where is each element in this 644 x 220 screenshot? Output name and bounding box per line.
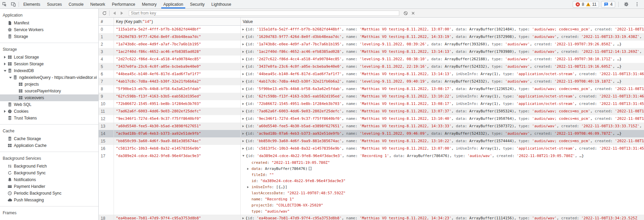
chevron-right-icon[interactable] [3, 56, 7, 59]
expand-triangle-icon[interactable] [242, 58, 244, 60]
expand-triangle-icon[interactable] [242, 133, 244, 135]
tab-network[interactable]: Network [87, 0, 109, 8]
table-row[interactable]: 17"da389e24-cdce-4b22-9fe8-96e4f3dac9e3"… [99, 152, 644, 215]
sidebar-item-indexeddb[interactable]: IndexedDB [0, 67, 98, 74]
tab-memory[interactable]: Memory [139, 0, 160, 8]
expand-triangle-icon[interactable] [242, 217, 244, 219]
indexeddb-data-view: # Key (Key path: "id") Value 0"115a1dfa-… [99, 9, 644, 220]
sidebar-item-cookies[interactable]: Cookies [0, 108, 98, 115]
tab-security[interactable]: Security [187, 0, 208, 8]
expand-triangle-icon[interactable] [242, 36, 244, 38]
section-header: Background Services [0, 152, 98, 163]
sidebar-item-push-messaging[interactable]: Push Messaging [0, 197, 98, 203]
table-row[interactable]: 4"2d27c622-f86d-4cc4-a518-4fa90784ec85"{… [99, 56, 644, 63]
table-row[interactable]: 12"9ec346f1-727d-45e4-9c37-f75ff8640bf0"… [99, 115, 644, 123]
tab-application[interactable]: Application [160, 0, 187, 8]
table-row[interactable]: 10"72b86672-1545-4951-be8b-1f284eb3b703"… [99, 100, 644, 108]
expand-triangle-icon[interactable] [242, 103, 244, 105]
errors-warnings-badge[interactable]: 8 11 [573, 1, 599, 8]
chevron-down-icon[interactable] [8, 77, 13, 79]
table-row[interactable]: 9"62fc598b-f13f-4163-b3b5-eab582d195ed"{… [99, 93, 644, 100]
sidebar-item-trust-tokens[interactable]: Trust Tokens [0, 115, 98, 122]
expand-triangle-icon[interactable] [242, 73, 244, 75]
expand-triangle-icon[interactable] [242, 28, 244, 30]
card-icon [7, 184, 12, 189]
sidebar-item-background-fetch[interactable]: Background Fetch [0, 163, 98, 170]
expand-triangle-icon[interactable] [242, 110, 244, 112]
prev-page-button[interactable] [111, 10, 118, 17]
row-value: {id: '5f90be13-eb7b-44b8-bf58-6a3a62e5fd… [241, 85, 644, 93]
sidebar-item-session-storage[interactable]: Session Storage [0, 61, 98, 67]
expand-triangle-icon[interactable] [242, 81, 244, 83]
table-row[interactable]: 11"7ad62a6f-6003-4dd6-9e03-2802ef25defc"… [99, 108, 644, 115]
table-row[interactable]: 5"3437e0fa-23c6-4c0f-a05e-bcbeba9e40e0"{… [99, 63, 644, 70]
sidebar-item-notifications[interactable]: Notifications [0, 176, 98, 183]
sidebar-item-label: projects [25, 82, 39, 87]
table-row[interactable]: 8"5f90be13-eb7b-44b8-bf58-6a3a62e5fdab"{… [99, 85, 644, 93]
tab-console[interactable]: Console [65, 0, 87, 8]
devtools-content: ApplicationManifestService WorkersStorag… [0, 9, 644, 220]
table-row[interactable]: 1"1620d783-9f77-426d-8e0f-d3bb48eaa7dc"{… [99, 33, 644, 41]
tab-performance[interactable]: Performance [109, 0, 139, 8]
expand-triangle-icon[interactable] [242, 51, 244, 53]
sidebar-item-projects[interactable]: projects [0, 81, 98, 88]
expand-triangle-icon[interactable] [242, 125, 244, 127]
expand-triangle-icon[interactable] [242, 148, 244, 150]
sidebar-item-voiceovers[interactable]: voiceovers [0, 94, 98, 101]
table-row[interactable]: 2"1a743b8c-e0ee-4d9f-a7af-7bc7a6b1b195"{… [99, 41, 644, 48]
tab-sources[interactable]: Sources [44, 0, 65, 8]
expand-triangle-icon[interactable] [242, 43, 244, 45]
sidebar-item-local-storage[interactable]: Local Storage [0, 54, 98, 61]
row-number: 18 [99, 215, 114, 220]
start-from-key-input[interactable] [129, 10, 399, 16]
sidebar-item-manifest[interactable]: Manifest [0, 20, 98, 26]
table-row[interactable]: 0"115a1dfa-5e2f-4fff-bf7b-b2682fd448bf"{… [99, 26, 644, 33]
expand-triangle-icon[interactable] [247, 184, 252, 190]
row-key: "62fc598b-f13f-4163-b3b5-eab582d195ed" [114, 93, 241, 100]
expand-triangle-icon[interactable] [247, 166, 252, 172]
table-row[interactable]: 13"a60d5540-fee5-4b30-b5ad-e3898f627651"… [99, 123, 644, 130]
row-key: "ac9ad18b-07a6-4eb3-b373-aa92e51de9fb" [114, 130, 241, 137]
buffer-icon[interactable] [309, 167, 312, 170]
expand-triangle-icon[interactable] [242, 88, 244, 90]
refresh-icon[interactable] [101, 10, 108, 17]
tab-lighthouse[interactable]: Lighthouse [208, 0, 235, 8]
sidebar-item-cache-storage[interactable]: Cache Storage [0, 135, 98, 142]
sidebar-item-web-sql[interactable]: Web SQL [0, 101, 98, 108]
inspect-element-icon[interactable] [0, 0, 9, 8]
kebab-menu-icon[interactable] [633, 0, 641, 8]
sidebar-item-ngdexielivequery-https-team-vidieditor-vi[interactable]: ngdexieliveQuery - https://team-vidiedit… [0, 74, 98, 81]
table-row[interactable]: 15"bb850c99-3a60-4d6f-9aa9-881e385674ac"… [99, 137, 644, 145]
table-row[interactable]: 18"ea4baeae-7b81-47d9-97f4-c95a3753d8b8"… [99, 215, 644, 220]
sidebar-item-storage[interactable]: Storage [0, 33, 98, 40]
device-toolbar-icon[interactable] [9, 0, 18, 8]
sidebar-item-sourceplayerhistory[interactable]: sourcePlayerHistory [0, 88, 98, 94]
table-row[interactable]: 7"4ab17c8c-7d8a-44d3-b30f-32e21fb6b6a2"{… [99, 78, 644, 85]
table-row[interactable]: 6"44bea45c-b140-4ef6-817d-d1ad6f7af1f7"{… [99, 70, 644, 78]
row-key: "115a1dfa-5e2f-4fff-bf7b-b2682fd448bf" [114, 26, 241, 33]
table-row[interactable]: 14"ac9ad18b-07a6-4eb3-b373-aa92e51de9fb"… [99, 130, 644, 137]
expand-triangle-icon[interactable] [242, 140, 244, 142]
expand-triangle-icon[interactable] [242, 118, 244, 120]
chevron-right-icon[interactable] [3, 63, 7, 65]
settings-gear-icon[interactable] [622, 0, 630, 8]
next-page-button[interactable] [118, 10, 125, 17]
sidebar-item-application-cache[interactable]: Application Cache [0, 142, 98, 149]
sidebar-item-payment-handler[interactable]: Payment Handler [0, 183, 98, 190]
table-row[interactable]: 16"c5813f5c-10b3-4eb8-8a32-e14578356e9b"… [99, 145, 644, 152]
sidebar-item-service-workers[interactable]: Service Workers [0, 26, 98, 33]
sidebar-item-label: IndexedDB [14, 68, 34, 73]
collapse-triangle-icon[interactable] [242, 155, 244, 157]
sidebar-item-periodic-background-sync[interactable]: Periodic Background Sync [0, 190, 98, 197]
chevron-right-icon[interactable] [3, 110, 7, 113]
expand-triangle-icon[interactable] [242, 95, 244, 97]
delete-selected-icon[interactable] [409, 10, 417, 17]
expand-triangle-icon[interactable] [242, 66, 244, 68]
sidebar-item-background-sync[interactable]: Background Sync [0, 170, 98, 176]
table-row[interactable]: 3"1ac2f40d-f86c-4652-ac46-efb8385ad028"{… [99, 48, 644, 56]
clear-object-store-icon[interactable] [402, 10, 409, 17]
table-icon [7, 143, 12, 148]
tab-elements[interactable]: Elements [20, 0, 44, 8]
messages-badge[interactable]: 4 [601, 1, 615, 8]
chevron-down-icon[interactable] [3, 70, 7, 72]
